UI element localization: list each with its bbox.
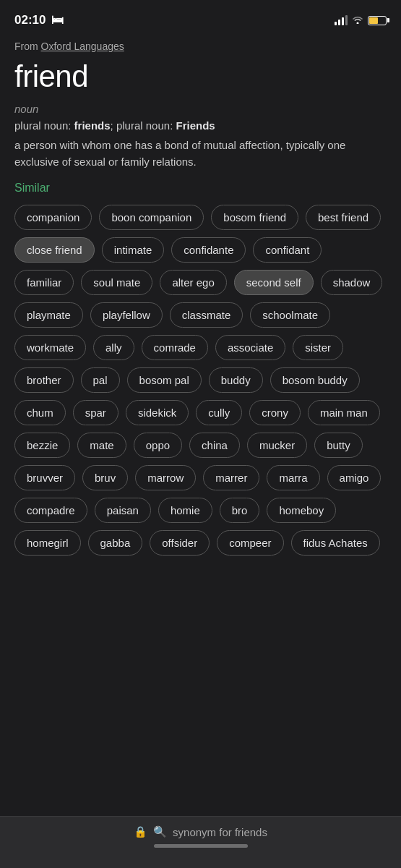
chip-playfellow[interactable]: playfellow — [90, 302, 163, 328]
chip-amigo[interactable]: amigo — [327, 465, 381, 490]
chip-china[interactable]: china — [189, 433, 240, 458]
chip-marrer[interactable]: marrer — [203, 465, 259, 490]
search-bar-bottom[interactable]: 🔒 🔍 synonym for friends — [14, 825, 387, 838]
chip-buddy[interactable]: buddy — [209, 367, 263, 393]
chip-second-self[interactable]: second self — [234, 270, 314, 295]
chip-brother[interactable]: brother — [14, 367, 74, 393]
chip-sidekick[interactable]: sidekick — [126, 400, 189, 425]
wifi-icon — [352, 14, 363, 26]
status-time-group: 02:10 🛏 — [14, 13, 64, 27]
chips-container: companionboon companionbosom friendbest … — [14, 205, 387, 556]
chip-ally[interactable]: ally — [93, 335, 134, 360]
chip-marra[interactable]: marra — [267, 465, 319, 490]
lock-icon: 🔒 — [134, 825, 147, 838]
status-icons-group — [335, 14, 387, 26]
chip-bro[interactable]: bro — [220, 498, 260, 523]
chip-confidant[interactable]: confidant — [253, 237, 322, 263]
chip-workmate[interactable]: workmate — [14, 335, 86, 360]
chip-soul-mate[interactable]: soul mate — [81, 270, 152, 295]
chip-homeboy[interactable]: homeboy — [267, 498, 336, 523]
chip-gabba[interactable]: gabba — [88, 530, 143, 556]
source-link[interactable]: Oxford Languages — [41, 41, 124, 52]
chip-close-friend[interactable]: close friend — [14, 237, 95, 263]
chip-confidante[interactable]: confidante — [171, 237, 246, 263]
chip-homie[interactable]: homie — [158, 498, 212, 523]
word-title: friend — [14, 59, 387, 94]
search-icon: 🔍 — [153, 825, 167, 838]
chip-bezzie[interactable]: bezzie — [14, 433, 70, 458]
time-display: 02:10 — [14, 13, 46, 27]
similar-label: Similar — [14, 182, 387, 195]
main-content: From Oxford Languages friend noun plural… — [0, 36, 401, 556]
chip-boon-companion[interactable]: boon companion — [99, 205, 204, 230]
word-definition: a person with whom one has a bond of mut… — [14, 137, 387, 170]
chip-cully[interactable]: cully — [196, 400, 242, 425]
search-text: synonym for friends — [173, 826, 267, 838]
chip-compadre[interactable]: compadre — [14, 498, 87, 523]
chip-playmate[interactable]: playmate — [14, 302, 83, 328]
chip-bosom-pal[interactable]: bosom pal — [127, 367, 202, 393]
chip-fidus-achates[interactable]: fidus Achates — [291, 530, 380, 556]
chip-companion[interactable]: companion — [14, 205, 92, 230]
chip-associate[interactable]: associate — [215, 335, 285, 360]
chip-marrow[interactable]: marrow — [135, 465, 196, 490]
battery-icon — [368, 16, 387, 25]
chip-familiar[interactable]: familiar — [14, 270, 74, 295]
chip-spar[interactable]: spar — [73, 400, 118, 425]
signal-icon — [335, 15, 348, 25]
source-prefix: From — [14, 41, 41, 52]
chip-sister[interactable]: sister — [293, 335, 343, 360]
chip-schoolmate[interactable]: schoolmate — [250, 302, 330, 328]
chip-bruvver[interactable]: bruvver — [14, 465, 75, 490]
chip-crony[interactable]: crony — [249, 400, 301, 425]
chip-offsider[interactable]: offsider — [150, 530, 210, 556]
chip-best-friend[interactable]: best friend — [306, 205, 381, 230]
word-part-of-speech: noun — [14, 103, 387, 115]
chip-shadow[interactable]: shadow — [321, 270, 383, 295]
chip-mucker[interactable]: mucker — [247, 433, 307, 458]
chip-bruv[interactable]: bruv — [82, 465, 128, 490]
bed-icon: 🛏 — [51, 13, 64, 27]
chip-main-man[interactable]: main man — [308, 400, 380, 425]
chip-classmate[interactable]: classmate — [170, 302, 243, 328]
chip-butty[interactable]: butty — [314, 433, 363, 458]
source-line: From Oxford Languages — [14, 41, 387, 52]
bottom-bar: 🔒 🔍 synonym for friends — [0, 816, 401, 868]
status-bar: 02:10 🛏 — [0, 0, 401, 36]
chip-pal[interactable]: pal — [81, 367, 120, 393]
chip-intimate[interactable]: intimate — [102, 237, 165, 263]
chip-comrade[interactable]: comrade — [142, 335, 208, 360]
chip-chum[interactable]: chum — [14, 400, 66, 425]
chip-paisan[interactable]: paisan — [95, 498, 151, 523]
word-grammar: plural noun: friends; plural noun: Frien… — [14, 119, 387, 132]
chip-bosom-buddy[interactable]: bosom buddy — [270, 367, 360, 393]
chip-compeer[interactable]: compeer — [217, 530, 283, 556]
chip-alter-ego[interactable]: alter ego — [160, 270, 226, 295]
chip-oppo[interactable]: oppo — [134, 433, 182, 458]
chip-mate[interactable]: mate — [77, 433, 126, 458]
home-indicator — [154, 844, 248, 848]
chip-bosom-friend[interactable]: bosom friend — [211, 205, 298, 230]
chip-homegirl[interactable]: homegirl — [14, 530, 81, 556]
